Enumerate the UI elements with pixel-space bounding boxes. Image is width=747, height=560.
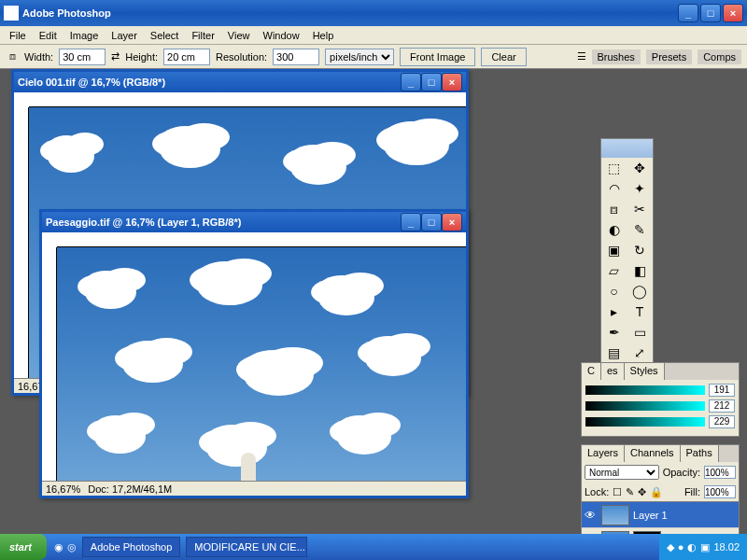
tab-presets[interactable]: Presets [646,49,692,64]
b-slider[interactable] [585,417,705,427]
menubar: File Edit Image Layer Select Filter View… [0,26,747,45]
g-value[interactable]: 212 [709,399,735,413]
menu-window[interactable]: Window [258,28,305,43]
slice-tool-icon[interactable]: ✂ [627,199,653,219]
opacity-input[interactable] [704,466,736,479]
width-input[interactable] [59,49,106,65]
stamp-tool-icon[interactable]: ▣ [601,240,627,260]
menu-select[interactable]: Select [145,28,185,43]
doc2-ruler-horizontal [57,232,466,247]
eyedropper-tool-icon[interactable]: ⤢ [627,343,653,363]
crop-tool-icon[interactable]: ⧈ [601,199,627,219]
front-image-button[interactable]: Front Image [400,48,475,66]
lock-position-icon[interactable]: ✥ [638,486,646,498]
tray-icon[interactable]: ▣ [700,541,710,553]
menu-view[interactable]: View [222,28,256,43]
r-slider[interactable] [585,385,705,395]
quicklaunch-icon[interactable]: ◎ [67,541,77,553]
layers-tab[interactable]: Layers [582,445,625,462]
doc2-ruler-vertical [42,247,57,481]
channels-tab[interactable]: Channels [625,445,680,462]
paths-tab[interactable]: Paths [681,445,719,462]
tray-icon[interactable]: ◆ [667,541,674,553]
shape-tool-icon[interactable]: ▭ [627,322,653,343]
marquee-tool-icon[interactable]: ⬚ [601,158,627,178]
start-button[interactable]: start [0,534,47,560]
lock-transparency-icon[interactable]: ☐ [613,486,622,498]
doc1-title: Cielo 001.tif @ 16,7% (RGB/8*) [18,77,401,88]
menu-image[interactable]: Image [64,28,105,43]
height-input[interactable] [163,49,210,65]
crop-tool-icon[interactable]: ⧈ [6,50,19,63]
swatches-tab[interactable]: es [601,363,625,380]
menu-edit[interactable]: Edit [34,28,63,43]
color-panel[interactable]: C es Styles 191 212 229 [581,362,740,437]
doc1-close[interactable]: × [442,73,462,91]
doc2-canvas[interactable] [57,247,466,481]
menu-file[interactable]: File [4,28,32,43]
close-button[interactable]: × [723,4,743,22]
maximize-button[interactable]: □ [700,4,721,22]
notes-tool-icon[interactable]: ▤ [601,343,627,363]
toolbox-header[interactable] [601,139,653,158]
app-icon: ◆ [4,6,19,21]
resolution-input[interactable] [273,49,319,65]
units-select[interactable]: pixels/inch [325,49,394,65]
doc1-maximize[interactable]: □ [421,73,442,91]
clock[interactable]: 18.02 [713,541,740,553]
history-brush-icon[interactable]: ↻ [627,240,653,260]
fill-input[interactable] [704,485,736,498]
brush-tool-icon[interactable]: ✎ [627,219,653,240]
doc2-maximize[interactable]: □ [421,213,442,231]
tab-comps[interactable]: Comps [698,49,741,64]
heal-tool-icon[interactable]: ◐ [601,219,627,240]
layer-thumbnail[interactable] [601,505,629,525]
color-tab[interactable]: C [582,363,601,380]
g-slider[interactable] [585,401,705,411]
system-tray[interactable]: ◆ ● ◐ ▣ 18.02 [659,534,747,560]
doc2-minimize[interactable]: _ [401,213,421,231]
doc2-close[interactable]: × [442,213,462,231]
menu-help[interactable]: Help [307,28,340,43]
quicklaunch-icon[interactable]: ◉ [54,541,63,553]
tab-brushes[interactable]: Brushes [592,49,641,64]
path-tool-icon[interactable]: ▸ [601,301,627,322]
doc1-titlebar[interactable]: Cielo 001.tif @ 16,7% (RGB/8*) _ □ × [14,72,466,92]
move-tool-icon[interactable]: ✥ [627,158,653,178]
blend-mode-select[interactable]: Normal [585,465,659,480]
doc2-docinfo: Doc: 17,2M/46,1M [88,483,172,495]
blur-tool-icon[interactable]: ○ [601,281,627,301]
lasso-tool-icon[interactable]: ◠ [601,178,627,199]
tray-icon[interactable]: ● [678,541,684,553]
pen-tool-icon[interactable]: ✒ [601,322,627,343]
visibility-icon[interactable]: 👁 [585,509,598,522]
swap-icon[interactable]: ⇄ [111,50,120,63]
layer-name[interactable]: Layer 1 [633,510,668,521]
styles-tab[interactable]: Styles [625,363,665,380]
eraser-tool-icon[interactable]: ▱ [601,260,627,281]
doc2-title: Paesaggio.tif @ 16,7% (Layer 1, RGB/8*) [46,217,401,228]
doc2-titlebar[interactable]: Paesaggio.tif @ 16,7% (Layer 1, RGB/8*) … [42,212,466,232]
layer-row[interactable]: 👁 Layer 1 [582,502,739,528]
menu-layer[interactable]: Layer [106,28,143,43]
minimize-button[interactable]: _ [678,4,698,22]
tray-icon[interactable]: ◐ [687,541,697,553]
lock-pixels-icon[interactable]: ✎ [626,486,634,498]
task-button[interactable]: Adobe Photoshop [82,537,180,557]
menu-filter[interactable]: Filter [186,28,219,43]
doc2-zoom[interactable]: 16,67% [46,483,80,495]
options-bar: ⧈ Width: ⇄ Height: Resolution: pixels/in… [0,45,747,69]
wand-tool-icon[interactable]: ✦ [627,178,653,199]
b-value[interactable]: 229 [709,415,735,428]
r-value[interactable]: 191 [709,384,735,397]
lock-all-icon[interactable]: 🔒 [650,486,663,498]
gradient-tool-icon[interactable]: ◧ [627,260,653,281]
clear-button[interactable]: Clear [481,48,526,66]
document-window-2[interactable]: Paesaggio.tif @ 16,7% (Layer 1, RGB/8*) … [39,209,469,498]
palette-well-icon[interactable]: ☰ [577,50,586,63]
task-button[interactable]: MODIFICARE UN CIE... [186,537,307,557]
doc1-minimize[interactable]: _ [401,73,421,91]
type-tool-icon[interactable]: T [627,301,653,322]
dodge-tool-icon[interactable]: ◯ [627,281,653,301]
width-label: Width: [24,51,53,63]
